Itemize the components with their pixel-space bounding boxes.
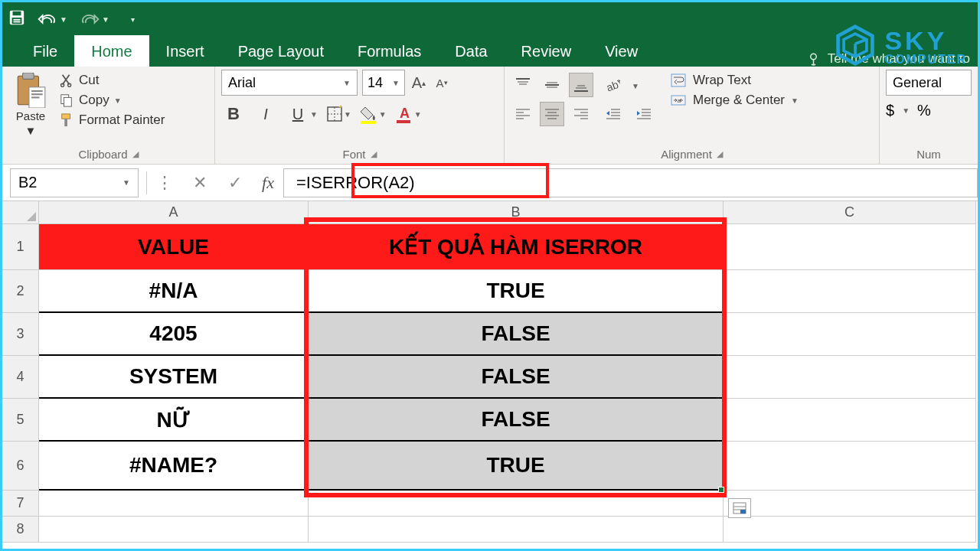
fill-handle[interactable]: [719, 487, 724, 492]
cell-C6[interactable]: [724, 442, 976, 491]
enter-formula-button[interactable]: ✓: [217, 168, 253, 197]
column-header-B[interactable]: B: [309, 201, 724, 224]
cell-A7[interactable]: [39, 491, 309, 517]
cell-B3[interactable]: FALSE: [309, 313, 724, 356]
cut-button[interactable]: Cut: [59, 73, 165, 88]
cell-C3[interactable]: [724, 313, 976, 356]
italic-button[interactable]: I: [253, 102, 278, 126]
align-center-button[interactable]: [540, 102, 564, 126]
fx-icon[interactable]: fx: [253, 173, 283, 193]
chevron-down-icon[interactable]: ▼: [902, 106, 910, 115]
chevron-down-icon[interactable]: ▼: [114, 96, 122, 105]
decrease-indent-button[interactable]: [601, 103, 626, 127]
tab-file[interactable]: File: [16, 35, 74, 67]
cell-C4[interactable]: [724, 356, 976, 399]
tab-review[interactable]: Review: [505, 35, 589, 67]
cell-B7[interactable]: [309, 491, 724, 517]
dialog-launcher-icon[interactable]: ◢: [717, 149, 723, 159]
wrap-text-button[interactable]: Wrap Text: [670, 73, 799, 88]
cell-A1[interactable]: VALUE: [39, 224, 309, 270]
merge-center-button[interactable]: a Merge & Center ▼: [670, 93, 799, 108]
cell-C7[interactable]: [724, 491, 976, 517]
cell-A3[interactable]: 4205: [39, 313, 309, 356]
cell-C8[interactable]: [724, 517, 976, 543]
chevron-down-icon[interactable]: ▼: [60, 15, 67, 24]
dialog-launcher-icon[interactable]: ◢: [371, 149, 377, 159]
decrease-font-icon[interactable]: A▾: [433, 71, 451, 94]
chevron-down-icon[interactable]: ▼: [379, 110, 387, 119]
bold-button[interactable]: B: [221, 102, 246, 126]
align-bottom-button[interactable]: [569, 73, 593, 97]
cell-B2[interactable]: TRUE: [309, 270, 724, 313]
column-header-A[interactable]: A: [39, 201, 309, 224]
cell-B4[interactable]: FALSE: [309, 356, 724, 399]
chevron-down-icon[interactable]: ▼: [310, 110, 318, 119]
row-header[interactable]: 7: [2, 491, 39, 517]
font-color-button[interactable]: A ▼: [394, 104, 422, 124]
paste-button[interactable]: Paste ▼: [8, 73, 53, 137]
row-header[interactable]: 1: [2, 224, 39, 270]
chevron-down-icon[interactable]: ▼: [344, 110, 351, 119]
name-box[interactable]: B2▼: [10, 168, 139, 197]
chevron-down-icon[interactable]: ▼: [102, 15, 109, 24]
tell-me-search[interactable]: Tell me what you want to: [808, 51, 978, 67]
align-right-button[interactable]: [569, 102, 593, 126]
row-header[interactable]: 4: [2, 356, 39, 399]
orientation-button[interactable]: ab: [601, 73, 626, 98]
align-left-button[interactable]: [511, 102, 535, 126]
tab-home[interactable]: Home: [74, 35, 149, 67]
cell-A5[interactable]: NỮ: [39, 399, 309, 442]
tab-formulas[interactable]: Formulas: [341, 35, 438, 67]
cell-A6[interactable]: #NAME?: [39, 442, 309, 491]
row-header[interactable]: 5: [2, 399, 39, 442]
fill-color-button[interactable]: ▼: [359, 104, 387, 124]
cell-B1[interactable]: KẾT QUẢ HÀM ISERROR: [309, 224, 724, 270]
row-header[interactable]: 6: [2, 442, 39, 491]
chevron-down-icon[interactable]: ▼: [414, 110, 422, 119]
cell-C5[interactable]: [724, 399, 976, 442]
cell-C1[interactable]: [724, 224, 976, 270]
undo-button[interactable]: ▼: [38, 11, 67, 27]
save-icon[interactable]: [8, 9, 25, 29]
cell-A4[interactable]: SYSTEM: [39, 356, 309, 399]
cancel-formula-button[interactable]: ✕: [182, 168, 217, 197]
chevron-down-icon[interactable]: ▼: [632, 82, 639, 90]
autofill-options-button[interactable]: [728, 498, 751, 518]
row-header[interactable]: 8: [2, 517, 39, 543]
more-icon[interactable]: ⋮: [147, 168, 182, 197]
redo-button[interactable]: ▼: [80, 11, 109, 27]
row-header[interactable]: 3: [2, 313, 39, 356]
format-painter-button[interactable]: Format Painter: [59, 112, 165, 128]
cell-B8[interactable]: [309, 517, 724, 543]
underline-button[interactable]: U: [286, 102, 310, 126]
cell-A2[interactable]: #N/A: [39, 270, 309, 313]
font-name-select[interactable]: Arial▼: [221, 70, 358, 96]
cell-B6[interactable]: TRUE: [309, 442, 724, 491]
chevron-down-icon[interactable]: ▼: [791, 96, 799, 105]
increase-font-icon[interactable]: A▴: [410, 71, 428, 94]
font-size-select[interactable]: 14▼: [362, 70, 405, 96]
increase-indent-button[interactable]: [632, 103, 656, 127]
tab-page-layout[interactable]: Page Layout: [221, 35, 341, 67]
formula-input[interactable]: =ISERROR(A2): [283, 168, 978, 197]
cell-B5[interactable]: FALSE: [309, 399, 724, 442]
currency-button[interactable]: $: [886, 102, 894, 119]
tab-insert[interactable]: Insert: [149, 35, 221, 67]
tab-view[interactable]: View: [588, 35, 655, 67]
borders-button[interactable]: ▼: [325, 105, 351, 123]
qat-customize-icon[interactable]: ▾: [131, 15, 135, 24]
number-format-select[interactable]: General: [886, 70, 972, 96]
spreadsheet-grid[interactable]: A B C 1 VALUE KẾT QUẢ HÀM ISERROR 2 #N/A…: [2, 201, 978, 543]
cell-A8[interactable]: [39, 517, 309, 543]
align-middle-button[interactable]: [540, 73, 564, 97]
copy-button[interactable]: Copy ▼: [59, 93, 165, 108]
percent-button[interactable]: %: [917, 102, 931, 119]
cell-C2[interactable]: [724, 270, 976, 313]
select-all-corner[interactable]: [2, 201, 39, 224]
align-top-button[interactable]: [511, 73, 535, 97]
chevron-down-icon[interactable]: ▼: [25, 124, 37, 137]
dialog-launcher-icon[interactable]: ◢: [132, 149, 139, 159]
row-header[interactable]: 2: [2, 270, 39, 313]
column-header-C[interactable]: C: [724, 201, 976, 224]
tab-data[interactable]: Data: [438, 35, 504, 67]
